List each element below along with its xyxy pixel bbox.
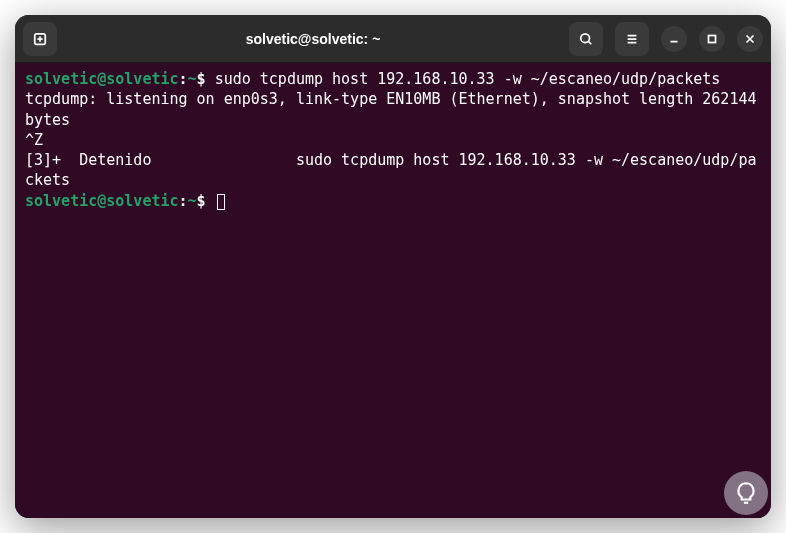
maximize-icon [705,32,719,46]
prompt-path: ~ [188,70,197,88]
svg-rect-2 [709,35,716,42]
watermark-badge [724,471,768,515]
output-line: tcpdump: listening on enp0s3, link-type … [25,90,766,128]
prompt-line: solvetic@solvetic:~$ sudo tcpdump host 1… [25,70,720,88]
terminal-body[interactable]: solvetic@solvetic:~$ sudo tcpdump host 1… [15,63,771,518]
menu-button[interactable] [615,22,649,56]
hamburger-icon [625,32,639,46]
titlebar: solvetic@solvetic: ~ [15,15,771,63]
search-button[interactable] [569,22,603,56]
prompt-end: $ [197,192,215,210]
close-button[interactable] [737,26,763,52]
svg-point-1 [581,33,590,42]
search-icon [579,32,593,46]
minimize-icon [667,32,681,46]
prompt-end: $ [197,70,215,88]
output-line: [3]+ Detenido sudo tcpdump host 192.168.… [25,151,757,189]
new-tab-button[interactable] [23,22,57,56]
maximize-button[interactable] [699,26,725,52]
command-text: sudo tcpdump host 192.168.10.33 -w ~/esc… [215,70,721,88]
prompt-path: ~ [188,192,197,210]
prompt-separator: : [179,192,188,210]
terminal-window: solvetic@solvetic: ~ solvetic@solvetic:~… [15,15,771,518]
output-line: ^Z [25,131,43,149]
window-title: solvetic@solvetic: ~ [61,31,565,47]
cursor [217,194,225,210]
new-tab-icon [33,32,47,46]
bulb-icon [733,480,759,506]
prompt-user: solvetic@solvetic [25,192,179,210]
close-icon [743,32,757,46]
prompt-user: solvetic@solvetic [25,70,179,88]
prompt-line: solvetic@solvetic:~$ [25,192,225,210]
minimize-button[interactable] [661,26,687,52]
prompt-separator: : [179,70,188,88]
